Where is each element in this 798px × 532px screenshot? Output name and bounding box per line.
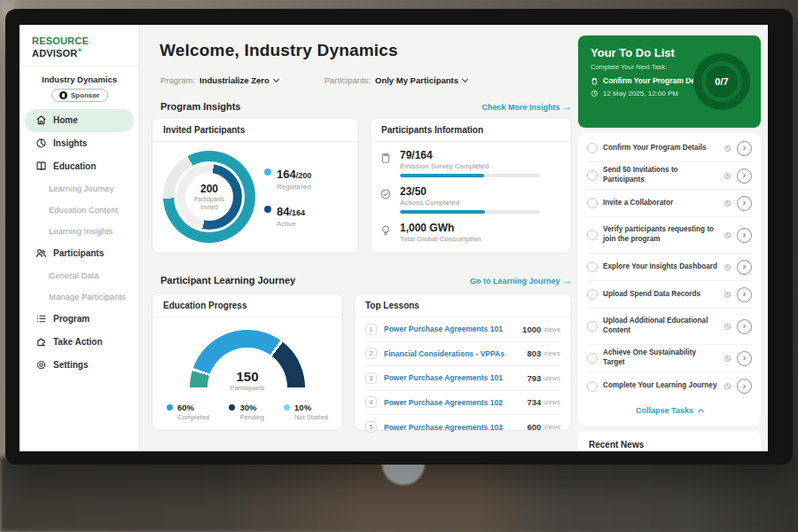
task-row[interactable]: Upload Spend Data Records › [587,281,752,309]
participants-filter[interactable]: Participants: Only My Participants [325,75,467,85]
task-clock-icon[interactable] [724,291,732,299]
sidebar-subitem-label: Learning Insights [49,226,113,236]
task-row[interactable]: Achieve One Sustainability Target › [587,345,752,372]
recent-news-heading: Recent News [578,431,761,451]
task-open-button[interactable]: › [737,319,752,334]
sidebar-item-education[interactable]: Education [25,155,134,178]
lesson-title-link[interactable]: Power Purchase Agreements 102 [384,398,527,407]
clipboard-icon [591,77,598,85]
task-checkbox[interactable] [587,321,598,332]
task-checkbox[interactable] [587,353,598,364]
pending-dot-icon [229,404,235,411]
task-row[interactable]: Confirm Your Program Details › [587,135,752,162]
task-open-button[interactable]: › [737,379,752,394]
task-label: Upload Spend Data Records [603,290,718,300]
task-row[interactable]: Send 50 Invitations to Participants › [587,162,752,190]
task-clock-icon[interactable] [724,145,732,153]
task-open-button[interactable]: › [737,196,752,211]
task-clock-icon[interactable] [724,323,732,331]
sidebar-item-label: Participants [53,248,104,258]
sponsor-badge-icon [59,91,67,99]
education-icon [35,160,47,172]
sidebar-item-take-action[interactable]: Take Action [25,331,134,354]
lesson-views: 734 [527,397,541,407]
legend-active: 84/164 Active [264,203,311,228]
task-open-button[interactable]: › [737,260,752,275]
lesson-row[interactable]: 1 Power Purchase Agreements 101 1000 vie… [365,317,560,342]
stat-row: 79/164 Emission Survey Completed [379,149,559,177]
task-label: Confirm Your Program Details [603,144,718,153]
lesson-views: 600 [527,422,541,432]
lesson-row[interactable]: 2 Financial Considerations - VPPAs 803 v… [365,342,560,367]
sidebar-item-learning-insights[interactable]: Learning Insights [20,221,139,242]
lesson-row[interactable]: 5 Power Purchase Agreements 103 600 view… [365,415,560,440]
lesson-rank: 2 [365,348,377,359]
lesson-row[interactable]: 3 Power Purchase Agreements 101 793 view… [365,366,560,391]
sidebar-item-learning-journey[interactable]: Learning Journey [20,178,139,200]
stat-value: 1,000 GWh [400,222,481,234]
check-more-insights-link[interactable]: Check More Insights → [481,101,572,112]
go-to-learning-journey-link[interactable]: Go to Learning Journey → [470,275,572,286]
task-open-button[interactable]: › [737,168,752,184]
task-clock-icon[interactable] [724,382,732,390]
legend-pct: 10% [294,403,328,412]
education-progress-gauge: 150 Participants [190,330,305,388]
task-open-button[interactable]: › [737,351,752,366]
lesson-row[interactable]: 4 Power Purchase Agreements 102 734 view… [365,391,560,416]
lesson-rank: 5 [365,421,377,433]
task-row[interactable]: Explore Your Insights Dashboard › [587,254,752,281]
lesson-rank: 3 [365,372,377,384]
sidebar-item-education-content[interactable]: Education Content [20,200,139,221]
lesson-title-link[interactable]: Power Purchase Agreements 101 [384,373,527,382]
lesson-title-link[interactable]: Power Purchase Agreements 101 [384,325,522,333]
task-clock-icon[interactable] [724,355,732,363]
task-row[interactable]: Complete Your Learning Journey › [587,372,752,400]
stat-label: Total Global Consumption [400,235,481,243]
task-checkbox[interactable] [587,143,598,153]
lesson-title-link[interactable]: Financial Considerations - VPPAs [384,349,527,358]
task-open-button[interactable]: › [737,287,752,302]
task-row[interactable]: Verify participants requesting to join t… [587,217,752,254]
sidebar-item-general-data[interactable]: General Data [20,265,139,286]
collapse-tasks-link[interactable]: Collapse Tasks [587,400,752,421]
todo-tasks-card: Confirm Your Program Details › Send 50 I… [578,133,761,426]
program-filter[interactable]: Program: Industrialize Zero [160,75,278,85]
home-icon [35,114,47,126]
invited-participants-donut-chart: 200 Participants Invited [163,151,255,243]
task-clock-icon[interactable] [724,200,732,207]
sponsor-badge: Sponsor [51,89,108,102]
sidebar-item-insights[interactable]: Insights [25,132,134,155]
donut-center-label: Participants Invited [190,196,229,210]
sidebar-item-participants[interactable]: Participants [25,242,134,265]
participants-information-body: 79/164 Emission Survey Completed 23/50 A… [371,142,571,246]
active-dot-icon [264,206,271,213]
program-filter-value: Industrialize Zero [200,75,270,85]
sidebar-item-settings[interactable]: Settings [25,354,134,377]
sidebar-item-program[interactable]: Program [25,308,134,331]
lesson-rank: 1 [365,324,377,335]
task-checkbox[interactable] [587,262,598,272]
sidebar-item-home[interactable]: Home [25,109,134,132]
task-clock-icon[interactable] [724,172,732,180]
task-row[interactable]: Upload Additional Educational Content › [587,309,752,345]
logo-secondary: ADVISOR [32,48,78,59]
task-clock-icon[interactable] [724,231,732,239]
sidebar-program-name: Industry Dynamics [20,74,139,84]
task-open-button[interactable]: › [737,141,752,156]
task-row[interactable]: Invite a Collaborator › [587,190,752,217]
link-label: Go to Learning Journey [470,277,560,286]
task-checkbox[interactable] [587,230,598,240]
task-open-button[interactable]: › [737,228,752,243]
monitor-bezel: RESOURCE ADVISOR+ Industry Dynamics Spon… [5,9,793,465]
participants-filter-value: Only My Participants [375,75,458,85]
task-clock-icon[interactable] [724,263,732,271]
sidebar-item-manage-participants[interactable]: Manage Participants [20,286,139,308]
active-value: 84 [277,205,289,218]
task-checkbox[interactable] [587,289,598,300]
task-checkbox[interactable] [587,170,598,181]
lesson-title-link[interactable]: Power Purchase Agreements 103 [384,423,527,432]
legend-registered: 164/200 Registered [264,166,311,191]
task-checkbox[interactable] [587,198,598,208]
sidebar-item-label: Education [53,161,96,171]
task-checkbox[interactable] [587,381,598,392]
